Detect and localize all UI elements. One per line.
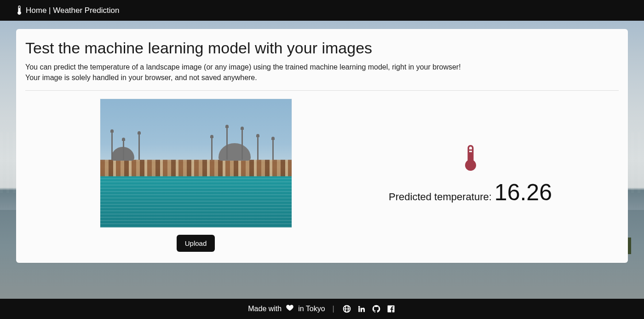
footer-separator: |: [333, 305, 334, 313]
description-line-1: You can predict the temperature of a lan…: [25, 62, 485, 72]
facebook-icon[interactable]: [386, 304, 396, 314]
upload-column: Upload: [25, 99, 322, 252]
thermometer-icon: [17, 6, 22, 16]
nav-home-link[interactable]: Home | Weather Prediction: [26, 6, 119, 15]
page-title: Test the machine learning model with you…: [25, 39, 619, 57]
main-card: Test the machine learning model with you…: [16, 29, 628, 263]
divider: [25, 90, 619, 91]
result-column: Predicted temperature: 16.26: [322, 99, 619, 252]
upload-button[interactable]: Upload: [177, 235, 215, 252]
linkedin-icon[interactable]: [356, 304, 367, 314]
footer: Made with in Tokyo |: [0, 299, 644, 319]
top-nav: Home | Weather Prediction: [0, 0, 644, 21]
predicted-label: Predicted temperature:: [389, 191, 492, 203]
prediction-line: Predicted temperature: 16.26: [389, 179, 552, 206]
github-icon[interactable]: [371, 304, 381, 314]
thermometer-large-icon: [464, 145, 477, 173]
website-icon[interactable]: [342, 304, 352, 314]
image-preview: [100, 99, 292, 227]
footer-made-suffix: in Tokyo: [298, 305, 325, 313]
footer-made-prefix: Made with: [248, 305, 282, 313]
predicted-value: 16.26: [494, 179, 552, 206]
heart-icon: [286, 304, 293, 313]
page-background: Test the machine learning model with you…: [0, 21, 644, 299]
description-line-2: Your image is solely handled in your bro…: [25, 72, 485, 83]
